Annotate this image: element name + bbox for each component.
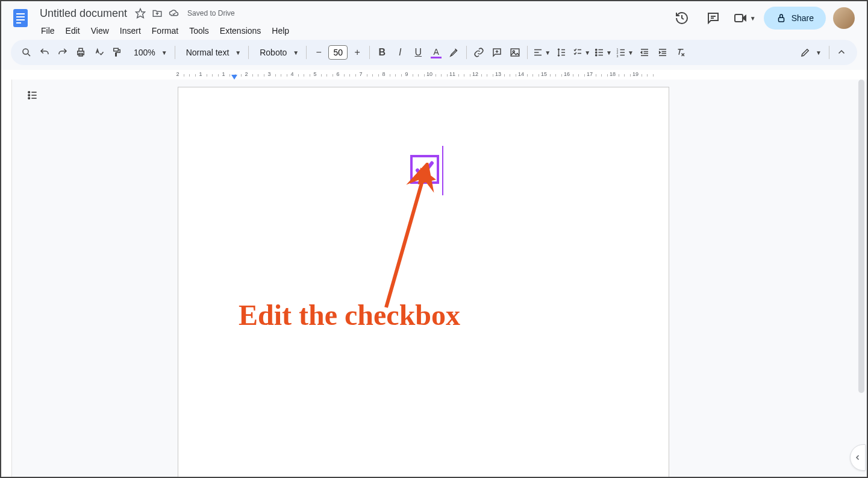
ruler-number: 11 xyxy=(449,71,455,77)
docs-logo[interactable] xyxy=(8,6,33,30)
ruler-number: 2 xyxy=(176,71,179,77)
font-dropdown[interactable]: Roboto▼ xyxy=(252,44,302,61)
paragraph-style-dropdown[interactable]: Normal text▼ xyxy=(179,44,245,61)
bold-icon[interactable]: B xyxy=(373,44,390,61)
checklist-icon[interactable]: ▼ xyxy=(571,44,592,61)
svg-rect-1 xyxy=(16,13,25,14)
svg-rect-0 xyxy=(13,9,28,27)
text-cursor xyxy=(442,146,443,195)
ruler-number: 8 xyxy=(382,71,385,77)
toolbar: 100%▼ Normal text▼ Roboto▼ − 50 + B I U … xyxy=(11,40,857,65)
svg-rect-15 xyxy=(114,48,119,51)
document-canvas[interactable]: Edit the checkbox xyxy=(12,80,867,477)
spellcheck-icon[interactable] xyxy=(90,44,107,61)
ruler-number: 9 xyxy=(405,71,408,77)
vertical-scrollbar[interactable] xyxy=(857,80,866,453)
menu-edit[interactable]: Edit xyxy=(61,24,85,38)
zoom-value: 100% xyxy=(130,48,159,57)
lock-icon xyxy=(776,13,787,24)
indent-marker[interactable] xyxy=(231,75,237,80)
insert-image-icon[interactable] xyxy=(507,44,523,61)
svg-point-29 xyxy=(596,52,597,53)
chevron-down-icon: ▼ xyxy=(628,49,634,56)
font-value: Roboto xyxy=(256,48,290,57)
text-color-swatch xyxy=(431,57,442,58)
chevron-down-icon: ▼ xyxy=(161,49,167,56)
style-value: Normal text xyxy=(183,48,233,57)
clear-formatting-icon[interactable] xyxy=(672,44,689,61)
share-button[interactable]: Share xyxy=(764,7,826,30)
ruler-number: 7 xyxy=(359,71,362,77)
svg-rect-2 xyxy=(16,16,25,17)
chevron-down-icon: ▼ xyxy=(750,15,756,22)
svg-point-10 xyxy=(23,49,28,54)
undo-icon[interactable] xyxy=(36,44,53,61)
increase-indent-icon[interactable] xyxy=(654,44,671,61)
menu-view[interactable]: View xyxy=(86,24,114,38)
ruler-number: 12 xyxy=(472,71,478,77)
ruler-number: 15 xyxy=(541,71,547,77)
menu-format[interactable]: Format xyxy=(147,24,183,38)
checkbox-character[interactable] xyxy=(410,155,439,184)
svg-rect-3 xyxy=(16,19,25,20)
comments-icon[interactable] xyxy=(701,6,725,30)
cloud-saved-icon[interactable] xyxy=(168,7,180,19)
bulleted-list-icon[interactable]: ▼ xyxy=(593,44,613,61)
vertical-ruler[interactable] xyxy=(1,80,12,477)
move-icon[interactable] xyxy=(151,7,163,19)
svg-rect-8 xyxy=(735,14,743,22)
editing-mode-dropdown[interactable]: ▼ xyxy=(796,44,825,61)
insert-link-icon[interactable] xyxy=(470,44,487,61)
decrease-indent-icon[interactable] xyxy=(636,44,653,61)
chevron-down-icon: ▼ xyxy=(235,49,241,56)
menu-extensions[interactable]: Extensions xyxy=(215,24,266,38)
ruler-number: 3 xyxy=(267,71,270,77)
svg-rect-9 xyxy=(778,17,784,22)
zoom-dropdown[interactable]: 100%▼ xyxy=(126,44,171,61)
chevron-down-icon: ▼ xyxy=(584,49,590,56)
saved-status: Saved to Drive xyxy=(187,9,235,17)
svg-point-28 xyxy=(596,49,597,50)
numbered-list-icon[interactable]: 123▼ xyxy=(614,44,635,61)
document-title[interactable]: Untitled document xyxy=(37,6,130,21)
text-color-button[interactable]: A xyxy=(428,44,445,61)
collapse-toolbar-icon[interactable] xyxy=(833,44,850,61)
font-size-input[interactable]: 50 xyxy=(328,45,348,60)
ruler-number: 5 xyxy=(313,71,316,77)
increase-font-size[interactable]: + xyxy=(349,44,366,61)
chevron-down-icon: ▼ xyxy=(293,49,299,56)
print-icon[interactable] xyxy=(72,44,89,61)
account-avatar[interactable] xyxy=(833,7,855,29)
chevron-down-icon: ▼ xyxy=(606,49,612,56)
meet-button[interactable]: ▼ xyxy=(732,6,757,30)
svg-marker-5 xyxy=(136,9,145,18)
svg-line-11 xyxy=(28,54,30,56)
menu-file[interactable]: File xyxy=(36,24,60,38)
menu-insert[interactable]: Insert xyxy=(115,24,146,38)
ruler-number: 10 xyxy=(426,71,432,77)
italic-icon[interactable]: I xyxy=(392,44,408,61)
redo-icon[interactable] xyxy=(54,44,71,61)
svg-rect-4 xyxy=(16,22,21,24)
search-menus-icon[interactable] xyxy=(18,44,35,61)
menu-tools[interactable]: Tools xyxy=(184,24,214,38)
history-icon[interactable] xyxy=(670,6,694,30)
svg-text:3: 3 xyxy=(616,54,618,58)
underline-icon[interactable]: U xyxy=(410,44,426,61)
page[interactable]: Edit the checkbox xyxy=(178,87,669,477)
highlight-icon[interactable] xyxy=(446,44,463,61)
line-spacing-icon[interactable] xyxy=(553,44,570,61)
align-dropdown[interactable]: ▼ xyxy=(531,44,552,61)
paint-format-icon[interactable] xyxy=(108,44,125,61)
svg-line-56 xyxy=(386,175,424,307)
ruler-number: 6 xyxy=(336,71,339,77)
chevron-down-icon: ▼ xyxy=(816,49,822,56)
menu-help[interactable]: Help xyxy=(267,24,294,38)
star-icon[interactable] xyxy=(134,7,146,19)
svg-point-30 xyxy=(596,54,597,55)
add-comment-icon[interactable] xyxy=(489,44,505,61)
ruler-number: 4 xyxy=(290,71,293,77)
decrease-font-size[interactable]: − xyxy=(310,44,327,61)
ruler-number: 17 xyxy=(587,71,593,77)
scrollbar-thumb[interactable] xyxy=(858,80,864,393)
